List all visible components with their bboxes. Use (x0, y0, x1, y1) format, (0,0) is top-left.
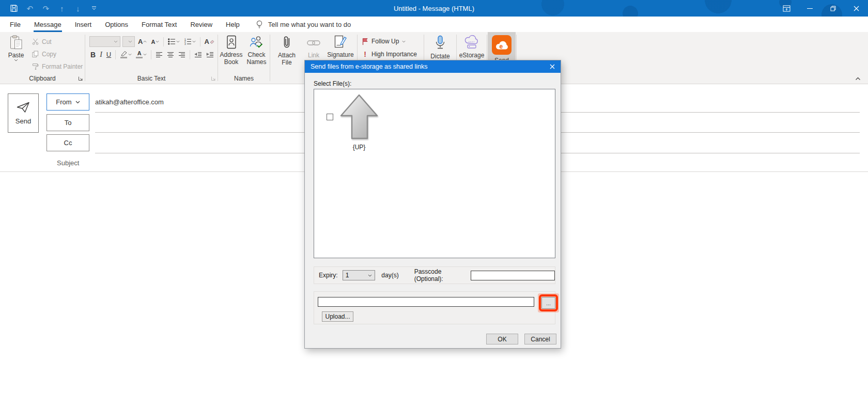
tab-options[interactable]: Options (98, 17, 135, 32)
from-button[interactable]: From (47, 93, 89, 111)
redo-icon[interactable]: ↷ (39, 2, 53, 15)
dialog-titlebar: Send files from e-storage as shared link… (305, 60, 561, 73)
ok-button[interactable]: OK (486, 334, 518, 344)
tell-me-label: Tell me what you want to do (268, 21, 351, 28)
customize-quick-access-icon[interactable] (87, 2, 101, 15)
save-icon[interactable] (7, 2, 21, 15)
paste-button[interactable]: Paste (4, 32, 28, 74)
ribbon-display-options-icon[interactable] (775, 0, 798, 17)
move-down-icon[interactable]: ↓ (71, 2, 85, 15)
svg-text:3: 3 (184, 43, 186, 45)
clear-formatting-button[interactable]: A (204, 36, 215, 48)
align-right-icon (178, 52, 185, 58)
bullets-button[interactable] (167, 36, 181, 48)
paperclip-icon (282, 35, 292, 50)
paper-plane-icon (16, 101, 30, 113)
exclamation-icon: ! (362, 50, 368, 58)
to-button[interactable]: To (47, 114, 89, 131)
dialog-close-icon[interactable] (544, 60, 561, 73)
passcode-label: Passcode (Optional): (414, 268, 468, 283)
titlebar: ↶ ↷ ↑ ↓ Untitled - Message (HTML) (0, 0, 868, 17)
font-color-button[interactable]: A (135, 49, 148, 60)
svg-text:e: e (500, 43, 503, 50)
follow-up-button[interactable]: Follow Up (362, 36, 424, 46)
close-icon[interactable] (845, 0, 868, 17)
tab-format-text[interactable]: Format Text (135, 17, 183, 32)
tab-file[interactable]: File (0, 17, 27, 32)
from-address-value: atikah@afteroffice.com (95, 98, 164, 106)
tab-insert[interactable]: Insert (68, 17, 99, 32)
window-controls (775, 0, 868, 17)
upload-button[interactable]: Upload... (322, 311, 353, 322)
upload-panel: ... Upload... (314, 291, 555, 324)
format-painter-button[interactable]: Format Painter (32, 61, 83, 71)
tab-message[interactable]: Message (27, 17, 68, 32)
numbering-button[interactable]: 123 (183, 36, 197, 48)
up-folder-label: {UP} (338, 144, 380, 151)
tab-help[interactable]: Help (219, 17, 246, 32)
file-list[interactable]: {UP} (314, 89, 555, 258)
expiry-label: Expiry: (319, 272, 338, 279)
text-highlight-button[interactable] (119, 49, 133, 60)
outdent-icon (194, 52, 202, 58)
align-right-button[interactable] (177, 49, 187, 60)
font-size-combobox[interactable] (122, 36, 135, 47)
address-book-button[interactable]: Address Book (219, 32, 244, 74)
underline-button[interactable]: U (105, 49, 112, 60)
align-left-icon (156, 52, 163, 58)
quick-access-toolbar: ↶ ↷ ↑ ↓ (0, 2, 101, 15)
undo-icon[interactable]: ↶ (23, 2, 37, 15)
browse-button[interactable]: ... (541, 297, 555, 309)
copy-button[interactable]: Copy (32, 49, 83, 59)
cancel-button[interactable]: Cancel (524, 334, 556, 344)
check-names-button[interactable]: Check Names (244, 32, 269, 74)
file-checkbox[interactable] (327, 114, 333, 120)
subject-label[interactable]: Subject (57, 159, 79, 167)
lightbulb-icon (256, 20, 263, 29)
high-importance-button[interactable]: ! High Importance (362, 49, 424, 59)
cc-button[interactable]: Cc (47, 134, 89, 151)
chevron-down-icon (128, 40, 132, 43)
bold-button[interactable]: B (89, 49, 97, 60)
cut-button[interactable]: Cut (32, 37, 83, 46)
grow-font-button[interactable]: A (137, 36, 148, 48)
italic-button[interactable]: I (99, 49, 103, 60)
clipboard-dialog-launcher-icon[interactable] (78, 76, 83, 81)
basic-text-group: A A 123 A (85, 32, 218, 84)
align-left-button[interactable] (154, 49, 164, 60)
signature-icon (334, 35, 347, 49)
tell-me-search[interactable]: Tell me what you want to do (256, 17, 351, 32)
paintbrush-icon (32, 63, 39, 70)
up-folder-icon[interactable] (338, 93, 380, 140)
flag-icon (362, 38, 368, 45)
expiry-select[interactable]: 1 (343, 270, 376, 280)
copy-icon (32, 51, 39, 57)
dialog-title: Send files from e-storage as shared link… (311, 63, 428, 70)
eraser-icon (210, 39, 214, 44)
restore-icon[interactable] (822, 0, 845, 17)
font-name-combobox[interactable] (89, 36, 120, 47)
send-message-button[interactable]: Send (8, 93, 39, 133)
collapse-ribbon-icon[interactable] (855, 77, 861, 81)
select-files-label: Select File(s): (314, 80, 351, 87)
increase-indent-button[interactable] (205, 49, 215, 60)
chevron-down-icon (402, 40, 406, 43)
attach-file-button[interactable]: Attach File (273, 32, 300, 74)
chevron-down-icon (368, 274, 372, 277)
tab-review[interactable]: Review (183, 17, 219, 32)
file-path-input[interactable] (318, 297, 534, 307)
indent-icon (206, 52, 214, 58)
passcode-input[interactable] (471, 271, 555, 280)
shrink-font-button[interactable]: A (150, 36, 160, 48)
minimize-icon[interactable] (798, 0, 822, 17)
chevron-down-icon (114, 40, 118, 43)
ribbon-tab-bar: File Message Insert Options Format Text … (0, 17, 868, 32)
clipboard-group: Paste Cut Copy Format Painter Clipboard (0, 32, 85, 84)
decrease-indent-button[interactable] (193, 49, 203, 60)
move-up-icon[interactable]: ↑ (55, 2, 69, 15)
cloud-storage-icon (463, 35, 480, 50)
estorage-send-icon: e (492, 35, 512, 55)
basic-text-dialog-launcher-icon[interactable] (211, 76, 216, 81)
microphone-icon (435, 35, 446, 51)
align-center-button[interactable] (166, 49, 175, 60)
